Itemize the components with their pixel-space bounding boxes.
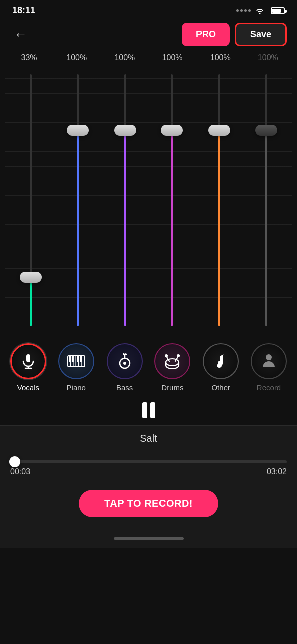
cat-bass[interactable]: Bass	[107, 343, 143, 392]
svg-rect-0	[26, 354, 30, 362]
cat-other-label: Other	[211, 383, 230, 392]
cat-bass-icon-wrap	[107, 343, 143, 379]
status-icons	[236, 7, 285, 14]
pct-bass: 100%	[105, 53, 145, 62]
battery-icon	[271, 7, 285, 14]
home-indicator	[0, 532, 297, 548]
total-time: 03:02	[267, 467, 287, 476]
pause-button[interactable]	[142, 402, 155, 418]
back-button[interactable]: ←	[10, 25, 31, 44]
pct-drums: 100%	[152, 53, 192, 62]
svg-point-20	[166, 359, 179, 366]
status-bar: 18:11	[0, 0, 297, 19]
pct-other: 100%	[200, 53, 240, 62]
pct-vocals: 33%	[9, 53, 49, 62]
svg-line-17	[123, 353, 125, 354]
tap-record-button[interactable]: TAP TO RECORD!	[79, 490, 218, 517]
cat-piano-label: Piano	[67, 383, 86, 392]
transport	[0, 397, 297, 425]
progress-bar[interactable]	[10, 460, 287, 463]
cat-record-label: Record	[257, 383, 281, 392]
header-buttons: PRO Save	[182, 23, 287, 46]
cat-drums-label: Drums	[161, 383, 183, 392]
slider-piano[interactable]	[58, 64, 98, 336]
svg-line-18	[125, 353, 126, 354]
music-note-icon	[213, 352, 229, 370]
wifi-icon	[255, 7, 265, 14]
current-time: 00:03	[10, 467, 30, 476]
pct-record: 100%	[248, 53, 288, 62]
song-title: Salt	[10, 433, 287, 444]
svg-rect-11	[77, 356, 79, 362]
slider-drums[interactable]	[152, 64, 192, 336]
header: ← PRO Save	[0, 19, 297, 50]
drums-icon	[163, 352, 181, 370]
status-time: 18:11	[12, 5, 35, 16]
cat-bass-label: Bass	[116, 383, 133, 392]
slider-vocals[interactable]	[11, 64, 51, 336]
record-area: TAP TO RECORD!	[0, 479, 297, 532]
cat-piano-icon-wrap	[58, 343, 94, 379]
percentage-labels: 33% 100% 100% 100% 100% 100%	[5, 50, 292, 64]
save-button[interactable]: Save	[235, 23, 287, 46]
cat-record-icon-wrap	[251, 343, 287, 379]
home-bar	[114, 537, 184, 540]
microphone-icon	[19, 352, 37, 370]
slider-record[interactable]	[246, 64, 286, 336]
cat-vocals[interactable]: Vocals	[10, 343, 46, 392]
progress-thumb[interactable]	[9, 456, 20, 467]
cat-drums-icon-wrap	[154, 343, 190, 379]
categories: Vocals Piano	[0, 336, 297, 397]
cat-vocals-icon-wrap	[10, 343, 46, 379]
svg-point-14	[123, 362, 126, 365]
svg-rect-12	[80, 356, 82, 362]
slider-bass[interactable]	[105, 64, 145, 336]
cat-other-icon-wrap	[203, 343, 239, 379]
cat-piano[interactable]: Piano	[58, 343, 94, 392]
song-info: Salt	[0, 425, 297, 451]
pause-bar-left	[142, 402, 147, 418]
progress-area: 00:03 03:02	[0, 451, 297, 479]
svg-point-25	[217, 364, 222, 368]
sliders-area	[5, 64, 292, 336]
cat-record[interactable]: Record	[251, 343, 287, 392]
svg-point-23	[165, 355, 167, 357]
time-labels: 00:03 03:02	[10, 467, 287, 476]
cat-drums[interactable]: Drums	[154, 343, 190, 392]
svg-point-24	[177, 355, 179, 357]
pro-button[interactable]: PRO	[182, 23, 230, 46]
pct-piano: 100%	[57, 53, 97, 62]
svg-point-26	[266, 354, 272, 360]
signal-dots-icon	[236, 9, 251, 12]
cat-vocals-label: Vocals	[17, 383, 39, 392]
cat-other[interactable]: Other	[203, 343, 239, 392]
svg-rect-10	[72, 356, 74, 362]
record-person-icon	[260, 352, 278, 370]
svg-rect-9	[69, 356, 71, 362]
pause-bar-right	[150, 402, 155, 418]
piano-icon	[67, 354, 86, 369]
slider-other[interactable]	[199, 64, 239, 336]
mixer-container: 33% 100% 100% 100% 100% 100%	[0, 50, 297, 336]
guitar-icon	[116, 352, 134, 370]
